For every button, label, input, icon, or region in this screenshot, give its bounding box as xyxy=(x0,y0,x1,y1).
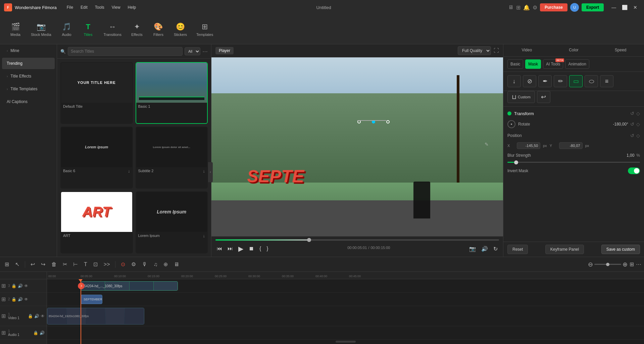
subtab-mask[interactable]: Mask xyxy=(525,59,541,69)
tool-effects[interactable]: ✦ Effects xyxy=(127,20,147,39)
clip-video[interactable]: 854204-hd_1920x1080_30fps xyxy=(47,308,144,325)
shape-download-btn[interactable]: ↓ xyxy=(507,75,521,87)
tool-stock[interactable]: 📷 Stock Media xyxy=(27,20,55,39)
tool-stickers[interactable]: 😊 Stickers xyxy=(170,20,191,39)
title-card-default[interactable]: YOUR TITLE HERE Default Title xyxy=(60,62,133,124)
more-button[interactable]: ↻ xyxy=(492,244,499,253)
fullscreen-icon[interactable]: ⛶ xyxy=(494,48,499,54)
menu-help[interactable]: Help xyxy=(125,4,140,11)
title-card-lorem[interactable]: Lorem Ipsum Lorem Ipsum ↓ xyxy=(136,191,208,253)
track-lock-audio-icon[interactable]: 🔒 xyxy=(33,331,38,335)
position-reset-button[interactable]: ↺ xyxy=(630,133,634,138)
audio-button[interactable]: 🔊 xyxy=(480,244,489,253)
zoom-in-button[interactable]: ⊕ xyxy=(623,261,628,268)
transform-toggle-icon[interactable] xyxy=(507,111,511,115)
rotate-keyframe-button[interactable]: ◇ xyxy=(636,121,640,127)
search-input[interactable] xyxy=(68,47,183,56)
trim-button[interactable]: ⊢ xyxy=(71,260,80,269)
horizontal-scroll[interactable] xyxy=(336,341,356,343)
play-button[interactable]: ▶ xyxy=(237,243,245,254)
timeline-select-button[interactable]: ↖ xyxy=(13,260,21,269)
more-grid-button[interactable]: ⋯ xyxy=(636,261,641,267)
transform-diamond-button[interactable]: ◇ xyxy=(636,111,640,116)
tool-audio[interactable]: 🎵 Audio xyxy=(57,20,77,39)
cut-button[interactable]: ✂ xyxy=(61,260,69,269)
track-add-1-icon[interactable]: ⊞ xyxy=(1,313,6,319)
track-lock-2-icon[interactable]: 🔒 xyxy=(11,297,16,302)
screen-record-button[interactable]: 🖥 xyxy=(172,260,181,269)
sidebar-item-trending[interactable]: Trending xyxy=(2,58,55,69)
track-add-2-icon[interactable]: ⊞ xyxy=(1,296,6,302)
tool-filters[interactable]: 🎨 Filters xyxy=(148,20,168,39)
close-button[interactable]: ✕ xyxy=(631,4,640,11)
track-eye-3-icon[interactable]: 👁 xyxy=(24,284,28,288)
x-input[interactable] xyxy=(517,142,540,149)
media-icon[interactable]: 🖥 xyxy=(508,4,513,10)
transform-reset-button[interactable]: ↺ xyxy=(630,111,634,116)
tab-video[interactable]: Video xyxy=(503,44,550,56)
track-mute-2-icon[interactable]: 🔊 xyxy=(18,297,23,302)
tool-transitions[interactable]: ↔ Transitions xyxy=(100,20,126,39)
sidebar-item-ai-captions[interactable]: AI Captions xyxy=(2,96,55,107)
track-mute-1-icon[interactable]: 🔊 xyxy=(34,314,39,318)
step-back-button[interactable]: ⏭ xyxy=(226,244,234,253)
reset-button[interactable]: Reset xyxy=(507,245,528,254)
text-button[interactable]: T xyxy=(82,260,89,269)
title-card-basic6[interactable]: Lorem ipsum Basic 6 ↓ xyxy=(60,127,133,189)
download-subtitle2-icon[interactable]: ↓ xyxy=(201,167,207,175)
subtab-animation[interactable]: Animation xyxy=(565,59,589,69)
shape-cross-btn[interactable]: ⊘ xyxy=(523,75,536,87)
crop-button[interactable]: ⊡ xyxy=(91,260,100,269)
redo-button[interactable]: ↪ xyxy=(39,260,47,269)
export-button[interactable]: Export xyxy=(582,3,604,11)
more-options-icon[interactable]: ⋯ xyxy=(202,48,208,55)
stop-button[interactable]: ⏹ xyxy=(247,244,255,253)
shape-ellipse-btn[interactable]: ⬭ xyxy=(585,75,598,87)
settings-icon[interactable]: ⚙ xyxy=(533,4,537,11)
edit-icon[interactable]: ✎ xyxy=(485,142,489,147)
sidebar-item-title-effects[interactable]: › Title Effects xyxy=(2,70,55,82)
quality-select[interactable]: Full Quality xyxy=(458,46,491,55)
clip-title[interactable]: SEPTEMBER xyxy=(81,295,102,304)
zoom-out-button[interactable]: ⊖ xyxy=(588,261,593,268)
progress-bar[interactable] xyxy=(215,239,499,241)
tool-media[interactable]: 🎬 Media xyxy=(5,20,26,39)
download-basic6-icon[interactable]: ↓ xyxy=(126,167,132,175)
tool-titles[interactable]: T Titles xyxy=(78,20,98,39)
menu-view[interactable]: View xyxy=(108,4,124,11)
mask-point-3[interactable] xyxy=(386,120,390,124)
track-add-3-icon[interactable]: ⊞ xyxy=(1,283,6,289)
track-eye-1-icon[interactable]: 👁 xyxy=(41,314,45,318)
keyframe-panel-button[interactable]: Keyframe Panel xyxy=(545,245,584,254)
track-mute-audio-icon[interactable]: 🔊 xyxy=(40,331,45,335)
undo-button[interactable]: ↩ xyxy=(29,260,37,269)
track-add-audio-icon[interactable]: ⊞ xyxy=(1,330,6,336)
shape-rectangle-btn[interactable]: ▭ xyxy=(569,75,583,87)
shape-lines-btn[interactable]: ≡ xyxy=(600,75,613,87)
zoom-handle[interactable] xyxy=(606,263,609,266)
info-icon[interactable]: 🔔 xyxy=(523,4,530,11)
player-tab[interactable]: Player xyxy=(215,47,234,54)
title-card-basic1[interactable]: Basic 1 xyxy=(136,62,208,124)
collapse-panel-button[interactable]: ‹ xyxy=(208,162,213,182)
minimize-button[interactable]: — xyxy=(609,4,618,11)
sidebar-item-mine[interactable]: › Mine xyxy=(2,45,55,56)
sidebar-item-title-templates[interactable]: › Title Templates xyxy=(2,83,55,95)
camera-button[interactable]: 📷 xyxy=(468,244,477,253)
title-card-art[interactable]: ART ART xyxy=(60,191,133,253)
shape-freehand-btn[interactable]: ↩ xyxy=(537,91,550,103)
track-lock-1-icon[interactable]: 🔒 xyxy=(28,314,33,318)
tab-color[interactable]: Color xyxy=(550,44,597,56)
tool-templates[interactable]: ⊞ Templates xyxy=(192,20,217,39)
y-input[interactable] xyxy=(559,142,583,149)
track-lock-3-icon[interactable]: 🔒 xyxy=(11,284,16,288)
track-eye-2-icon[interactable]: 👁 xyxy=(24,297,28,302)
purchase-button[interactable]: Purchase xyxy=(540,3,567,11)
position-keyframe-button[interactable]: ◇ xyxy=(636,133,640,138)
download-lorem-icon[interactable]: ↓ xyxy=(201,232,207,240)
shape-pencil-btn[interactable]: ✏ xyxy=(554,75,567,87)
timeline-layout-button[interactable]: ⊞ xyxy=(3,260,11,269)
media2-icon[interactable]: ⊞ xyxy=(516,4,521,11)
invert-mask-toggle[interactable] xyxy=(628,167,640,174)
subtab-basic[interactable]: Basic xyxy=(507,59,523,69)
